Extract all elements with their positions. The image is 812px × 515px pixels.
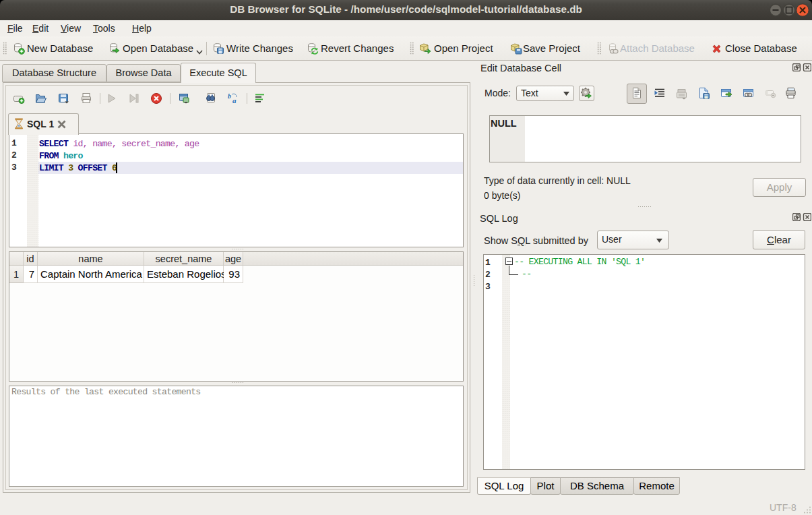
svg-text:b: b [228,92,231,100]
svg-text:a: a [232,96,237,104]
